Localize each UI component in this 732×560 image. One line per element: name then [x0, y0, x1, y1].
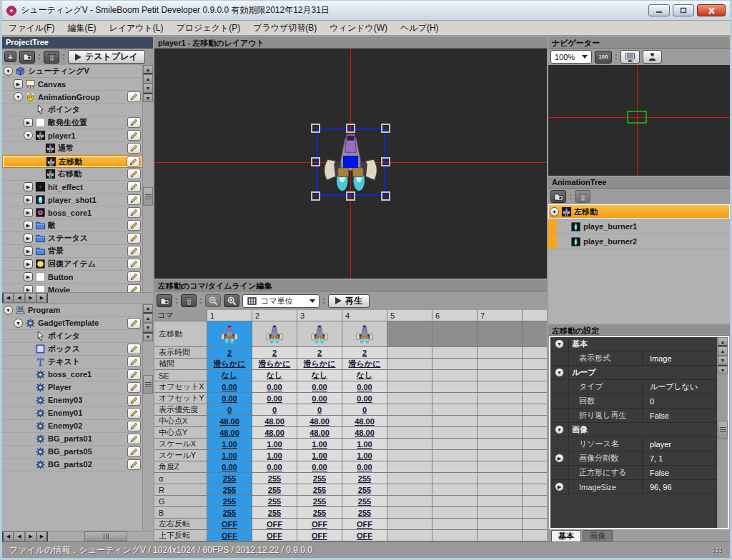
zoom-level-dropdown[interactable]: 100%: [550, 50, 592, 64]
cell-SE-1[interactable]: なし: [207, 370, 252, 381]
cell-B-5[interactable]: [387, 507, 432, 519]
tree-item-右移動[interactable]: 右移動: [2, 168, 142, 181]
play-button[interactable]: 再生: [328, 294, 370, 308]
cell-α-1[interactable]: 255: [207, 473, 252, 484]
cell-上下反転-4[interactable]: OFF: [342, 530, 387, 541]
edit-pencil-button[interactable]: [127, 421, 141, 431]
expand-toggle[interactable]: ▶: [24, 246, 33, 256]
prop-value[interactable]: ループしない: [642, 380, 717, 394]
edit-pencil-button[interactable]: [127, 259, 141, 269]
tree-item-BG_parts01[interactable]: BG_parts01: [2, 433, 142, 446]
edit-pencil-button[interactable]: [127, 369, 141, 380]
fit-screen-button[interactable]: [620, 50, 640, 64]
expand-toggle[interactable]: ▶: [24, 259, 33, 269]
cell-中心点Y-3[interactable]: 48.00: [297, 427, 342, 439]
cell-α-3[interactable]: 255: [297, 473, 342, 484]
cell-オフセットY-4[interactable]: 0.00: [342, 393, 387, 404]
cell-スケールY-5[interactable]: [387, 450, 432, 461]
collapse-toggle[interactable]: ▼: [555, 368, 564, 377]
cell-左右反転-5[interactable]: [387, 519, 432, 530]
tree-item-Player[interactable]: Player: [2, 381, 142, 394]
selection-handle[interactable]: [346, 191, 355, 201]
expand-toggle[interactable]: ▶: [24, 195, 33, 204]
cell-R-6[interactable]: [432, 484, 478, 496]
tree-item-左移動[interactable]: 左移動: [2, 155, 142, 168]
tree-item-player1[interactable]: ▼player1: [2, 129, 142, 142]
cell-角度Z-3[interactable]: 0.00: [297, 461, 342, 473]
edit-pencil-button[interactable]: [127, 459, 141, 470]
cell-R-2[interactable]: 255: [252, 484, 297, 496]
cell-G-3[interactable]: 255: [297, 496, 342, 507]
cell-中心点X-3[interactable]: 48.00: [297, 416, 342, 427]
cell-オフセットX-4[interactable]: 0.00: [342, 381, 387, 393]
tree-item-Program[interactable]: ▼Program: [2, 304, 142, 317]
cell-スケールY-7[interactable]: [478, 450, 523, 461]
tree-item-シューティングV[interactable]: ▼シューティングV: [2, 65, 142, 78]
cell-スケールX-1[interactable]: 1.00: [207, 439, 252, 450]
cell-表示優先度-5[interactable]: [387, 404, 432, 416]
cell-B-3[interactable]: 255: [297, 507, 342, 519]
center-view-button[interactable]: [643, 50, 662, 64]
cell-表示時間-1[interactable]: 2: [207, 347, 252, 359]
cell-B-2[interactable]: 255: [252, 507, 297, 519]
collapse-toggle[interactable]: ▼: [550, 207, 559, 216]
cell-α-5[interactable]: [387, 473, 432, 484]
cell-補間-3[interactable]: 滑らかに: [297, 359, 342, 370]
cell-補間-4[interactable]: 滑らかに: [342, 359, 387, 370]
cell-R-7[interactable]: [478, 484, 523, 496]
collapse-toggle[interactable]: ▼: [4, 306, 13, 315]
frame-sprite-cell-7[interactable]: [478, 321, 523, 347]
cell-表示時間-4[interactable]: 2: [342, 347, 387, 359]
tree-item-hit_effect[interactable]: ▶hit_effect: [2, 181, 142, 194]
scroll-top-icon[interactable]: ▲: [143, 304, 153, 314]
settings-prop-リソース名[interactable]: リソース名player: [550, 437, 717, 451]
scroll-bottom-icon[interactable]: ▼: [143, 332, 153, 341]
prop-value[interactable]: False: [642, 409, 717, 422]
cell-オフセットY-2[interactable]: 0.00: [252, 393, 297, 404]
settings-scrollbar[interactable]: ▲ ▲ ▼ ▼: [717, 337, 728, 528]
cell-補間-5[interactable]: [387, 359, 432, 370]
cell-オフセットX-3[interactable]: 0.00: [297, 381, 342, 393]
tab-画像[interactable]: 画像: [583, 530, 613, 541]
tree-item-敵[interactable]: ▶敵: [2, 219, 142, 232]
hscroll-thumb[interactable]: [84, 531, 127, 541]
close-button[interactable]: [697, 4, 726, 16]
selection-handle[interactable]: [311, 157, 320, 166]
cell-中心点Y-4[interactable]: 48.00: [342, 427, 387, 439]
cell-G-2[interactable]: 255: [252, 496, 297, 507]
cell-表示時間-6[interactable]: [432, 347, 478, 359]
sprite-selection[interactable]: [316, 129, 385, 196]
navigator-canvas[interactable]: [548, 65, 730, 176]
cell-左右反転-4[interactable]: OFF: [342, 519, 387, 530]
edit-pencil-button[interactable]: [127, 143, 141, 154]
scroll-up-icon[interactable]: ▲: [143, 74, 153, 84]
cell-SE-7[interactable]: [478, 370, 523, 381]
settings-prop-回数[interactable]: 回数0: [550, 394, 717, 409]
cell-中心点Y-6[interactable]: [432, 427, 478, 439]
cell-角度Z-5[interactable]: [387, 461, 432, 473]
prop-value[interactable]: 0: [642, 394, 717, 408]
edit-pencil-button[interactable]: [127, 91, 141, 102]
edit-pencil-button[interactable]: [127, 220, 141, 231]
cell-中心点X-4[interactable]: 48.00: [342, 416, 387, 427]
cell-表示優先度-6[interactable]: [432, 404, 478, 416]
scroll-down-icon[interactable]: ▼: [718, 356, 728, 365]
add-frame-button[interactable]: [157, 294, 172, 307]
cell-α-2[interactable]: 255: [252, 473, 297, 484]
tree-item-Enemy01[interactable]: Enemy01: [2, 407, 142, 420]
edit-pencil-button[interactable]: [127, 169, 141, 179]
program-scrollbar[interactable]: ▲ ▲ ▼ ▼: [142, 304, 153, 531]
add-folder-button[interactable]: [19, 51, 35, 64]
cell-角度Z-6[interactable]: [432, 461, 478, 473]
edit-pencil-button[interactable]: [127, 284, 141, 292]
menu-item-0[interactable]: ファイル(F): [2, 21, 61, 36]
scroll-down-icon[interactable]: ▼: [143, 323, 153, 332]
cell-スケールY-6[interactable]: [432, 450, 478, 461]
expand-toggle[interactable]: ▶: [24, 285, 33, 292]
cell-表示優先度-2[interactable]: 0: [252, 404, 297, 416]
frame-sprite-cell-2[interactable]: [252, 321, 297, 347]
cell-スケールX-3[interactable]: 1.00: [297, 439, 342, 450]
menu-item-6[interactable]: ヘルプ(H): [394, 21, 445, 36]
cell-上下反転-6[interactable]: [432, 530, 478, 541]
column-header-4[interactable]: 4: [342, 310, 387, 321]
